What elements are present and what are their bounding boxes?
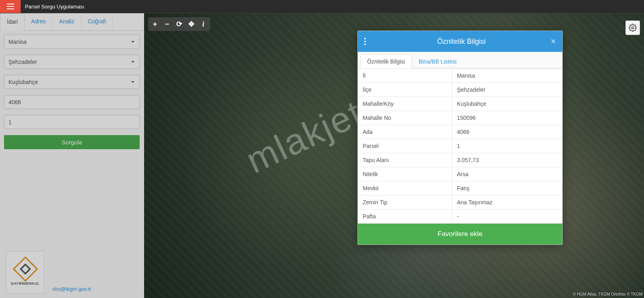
attribute-table: İlManisaİlçeŞehzadelerMahalle/KöyKuşluba… <box>358 68 562 224</box>
ada-input[interactable] <box>4 95 140 109</box>
table-row: Zemin TipAna Taşınmaz <box>358 195 562 210</box>
tab-cografi[interactable]: Coğrafi <box>81 13 113 30</box>
attr-key: Zemin Tip <box>358 195 452 210</box>
header-title-block: Parsel Sorgu Uygulaması <box>21 0 88 13</box>
query-sidebar: İdari Adres Analiz Coğrafi Manisa Şehzad… <box>0 13 144 298</box>
attr-value: - <box>452 210 562 224</box>
attr-value: Ana Taşınmaz <box>452 195 562 210</box>
attr-value: Arsa <box>452 167 562 181</box>
table-row: Tapu Alanı3.057,73 <box>358 153 562 167</box>
modal-menu-button[interactable] <box>364 38 372 45</box>
plus-icon: + <box>153 20 157 29</box>
attr-key: İlçe <box>358 83 452 97</box>
hamburger-icon <box>7 6 14 7</box>
app-subtitle: Parsel Sorgu Uygulaması <box>25 4 84 10</box>
modal-title: Öznitelik Bilgisi <box>437 37 486 45</box>
contact-email-link[interactable]: cbs@tkgm.gov.tr <box>52 286 91 292</box>
attr-key: Pafta <box>358 210 452 224</box>
sidebar-tabs: İdari Adres Analiz Coğrafi <box>0 13 144 31</box>
table-row: Parsel1 <box>358 139 562 153</box>
identify-button[interactable]: i <box>198 18 209 30</box>
attr-value: Fatış <box>452 181 562 195</box>
attr-value: 150096 <box>452 111 562 125</box>
sidebar-footer: GAYRİMENKUL cbs@tkgm.gov.tr <box>6 251 91 294</box>
tab-adres[interactable]: Adres <box>25 13 53 30</box>
attr-key: Mahalle No <box>358 111 452 125</box>
attr-value: Manisa <box>452 69 562 83</box>
settings-button[interactable] <box>625 21 640 35</box>
tab-idari[interactable]: İdari <box>0 13 25 31</box>
attr-key: Nitelik <box>358 167 452 181</box>
map-toolbar: + − ⟳ ✥ i <box>148 17 210 31</box>
parsel-input[interactable] <box>4 115 140 129</box>
attribute-info-modal: Öznitelik Bilgisi × Öznitelik Bilgisi Bi… <box>357 31 563 245</box>
attr-key: Mevkii <box>358 181 452 195</box>
attr-key: İl <box>358 69 452 83</box>
info-icon: i <box>202 20 204 29</box>
minus-icon: − <box>165 20 169 29</box>
modal-close-button[interactable]: × <box>551 36 556 47</box>
extent-icon: ✥ <box>188 20 194 29</box>
refresh-button[interactable]: ⟳ <box>173 18 185 30</box>
svg-point-0 <box>632 27 634 29</box>
map-attribution: © HGM Atlas, TKGM Ortofoto © TKGM <box>573 292 642 296</box>
table-row: Ada4066 <box>358 125 562 139</box>
modal-tab-oznitelik[interactable]: Öznitelik Bilgisi <box>360 54 412 68</box>
mahalle-select[interactable]: Kuşlubahçe <box>4 75 140 89</box>
close-icon: × <box>551 36 556 46</box>
add-favorite-button[interactable]: Favorilere ekle <box>358 224 562 245</box>
map-viewport[interactable]: mlakjet.com 4066/1 + − ⟳ ✥ i © HGM Atlas… <box>144 13 644 298</box>
table-row: İlçeŞehzadeler <box>358 83 562 97</box>
refresh-icon: ⟳ <box>176 20 182 29</box>
il-select[interactable]: Manisa <box>4 35 140 49</box>
brand-logo: GAYRİMENKUL <box>6 251 44 294</box>
modal-tab-bina[interactable]: Bina/BB Listesi <box>412 54 463 68</box>
table-row: Pafta- <box>358 210 562 224</box>
attr-key: Mahalle/Köy <box>358 97 452 111</box>
zoom-out-button[interactable]: − <box>161 18 173 30</box>
logo-text: GAYRİMENKUL <box>11 282 40 286</box>
hamburger-menu-button[interactable] <box>0 0 21 13</box>
logo-icon <box>12 256 38 282</box>
app-header: Parsel Sorgu Uygulaması <box>0 0 644 13</box>
attr-value: Kuşlubahçe <box>452 97 562 111</box>
attr-value: 4066 <box>452 125 562 139</box>
table-row: MevkiiFatış <box>358 181 562 195</box>
tab-analiz[interactable]: Analiz <box>53 13 81 30</box>
zoom-in-button[interactable]: + <box>149 18 161 30</box>
attr-value: Şehzadeler <box>452 83 562 97</box>
table-row: Mahalle No150096 <box>358 111 562 125</box>
modal-header[interactable]: Öznitelik Bilgisi × <box>358 31 562 52</box>
query-form: Manisa Şehzadeler Kuşlubahçe Sorgula <box>0 31 144 153</box>
table-row: NitelikArsa <box>358 167 562 181</box>
table-row: Mahalle/KöyKuşlubahçe <box>358 97 562 111</box>
gear-icon <box>629 24 637 32</box>
query-button[interactable]: Sorgula <box>4 135 140 149</box>
attr-key: Tapu Alanı <box>358 153 452 167</box>
attr-value: 1 <box>452 139 562 153</box>
attr-key: Ada <box>358 125 452 139</box>
attr-key: Parsel <box>358 139 452 153</box>
attr-value: 3.057,73 <box>452 153 562 167</box>
ilce-select[interactable]: Şehzadeler <box>4 55 140 69</box>
table-row: İlManisa <box>358 69 562 83</box>
modal-tabs: Öznitelik Bilgisi Bina/BB Listesi <box>358 52 562 68</box>
full-extent-button[interactable]: ✥ <box>186 18 197 30</box>
